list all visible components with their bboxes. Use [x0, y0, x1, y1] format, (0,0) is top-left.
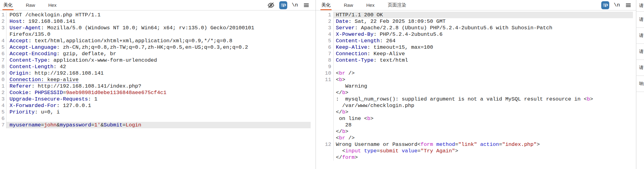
code-line: 3User-Agent: Mozilla/5.0 (Windows NT 10.…: [0, 25, 316, 31]
request-editor[interactable]: 1POST /checklogin.php HTTP/1.12Host: 192…: [0, 10, 316, 169]
line-content: Referer: http://192.168.108.141/index.ph…: [6, 83, 311, 89]
word-wrap-icon[interactable]: [279, 1, 287, 9]
line-number: 6: [316, 44, 334, 51]
line-number: [316, 154, 334, 161]
code-line: /var/www/checklogin.php: [316, 102, 636, 109]
code-line: 7myusername=john&mypassword=1'&Submit=Lo…: [0, 122, 316, 128]
response-tabbar: 美化RawHex页面渲染 \n: [316, 0, 636, 10]
request-panel: 美化RawHex \n: [0, 0, 316, 169]
line-content: [6, 115, 311, 122]
code-line: <input type=submit value="Try Again">: [316, 148, 636, 154]
newline-icon[interactable]: \n: [292, 2, 298, 9]
line-number: 3: [0, 96, 6, 102]
line-number: 5: [316, 38, 334, 44]
code-line: 6: [0, 115, 316, 122]
line-number: [0, 31, 6, 38]
tab-raw[interactable]: Raw: [25, 0, 36, 10]
response-editor[interactable]: 1HTTP/1.1 200 OK2Date: Sat, 22 Feb 2025 …: [316, 10, 636, 169]
line-content: Cookie: PHPSESSID=9aeb98981d0ebe1136848a…: [6, 89, 311, 96]
menu-icon[interactable]: [303, 2, 310, 9]
inspector-section-label: 请: [639, 49, 644, 55]
tab-render[interactable]: 页面渲染: [387, 0, 407, 10]
line-number: 8: [316, 57, 334, 64]
request-toolbar: \n: [267, 0, 316, 10]
code-line: </b>: [316, 128, 636, 135]
line-number: 0: [0, 76, 6, 83]
code-line: 6Accept-Encoding: gzip, deflate, br: [0, 51, 316, 57]
tab-beautify[interactable]: 美化: [320, 0, 332, 10]
line-number: 1: [316, 12, 334, 18]
line-content: myusername=john&mypassword=1'&Submit=Log…: [6, 122, 311, 128]
code-line: 2Cookie: PHPSESSID=9aeb98981d0ebe1136848…: [0, 89, 316, 96]
inspector-section-3[interactable]: 请: [636, 28, 644, 44]
line-number: 1: [0, 12, 6, 18]
line-number: [316, 122, 334, 128]
hide-nonprinting-icon[interactable]: [267, 2, 275, 9]
line-content: Origin: http://192.168.108.141: [6, 70, 311, 76]
code-line: 1POST /checklogin.php HTTP/1.1: [0, 12, 316, 18]
code-line: </b>: [316, 89, 636, 96]
response-toolbar: \n: [601, 0, 636, 10]
line-content: </b>: [334, 89, 633, 96]
line-content: on line <b>: [334, 115, 633, 122]
line-number: 5: [0, 109, 6, 115]
inspector-section-6[interactable]: 响: [636, 76, 644, 92]
code-line: 9Origin: http://192.168.108.141: [0, 70, 316, 76]
line-number: 6: [0, 51, 6, 57]
inspector-sidebar: 请请请请请响: [636, 0, 644, 169]
code-line: 4Accept: text/html,application/xhtml+xml…: [0, 38, 316, 44]
inspector-section-label: 请: [639, 3, 644, 9]
inspector-section-1[interactable]: 请: [636, 0, 644, 12]
inspector-divider[interactable]: [636, 0, 636, 169]
line-number: 2: [316, 18, 334, 25]
line-content: : mysql_num_rows(): supplied argument is…: [334, 96, 633, 102]
code-line: 8Content-Type: text/html: [316, 57, 636, 64]
code-line: Firefox/135.0: [0, 31, 316, 38]
line-content: Content-Type: text/html: [334, 57, 633, 64]
code-line: 1Referer: http://192.168.108.141/index.p…: [0, 83, 316, 89]
line-content: </form>: [334, 154, 633, 161]
line-number: 4: [0, 102, 6, 109]
line-number: 9: [316, 64, 334, 70]
tab-raw[interactable]: Raw: [343, 0, 354, 10]
http-message-viewer: 美化RawHex \n: [0, 0, 644, 169]
line-content: <b>: [334, 76, 633, 83]
line-number: 12: [316, 141, 334, 148]
line-content: Content-Type: application/x-www-form-url…: [6, 57, 311, 64]
tab-hex[interactable]: Hex: [47, 0, 58, 10]
line-number: 7: [0, 57, 6, 64]
line-content: Content-Length: 264: [334, 38, 633, 44]
code-line: Warning: [316, 83, 636, 89]
panel-divider[interactable]: [316, 0, 316, 169]
line-content: POST /checklogin.php HTTP/1.1: [6, 12, 311, 18]
line-content: X-Forwarded-For: 127.0.0.1: [6, 102, 311, 109]
menu-icon[interactable]: [625, 2, 632, 9]
inspector-section-5[interactable]: 请: [636, 60, 644, 76]
code-line: 3Upgrade-Insecure-Requests: 1: [0, 96, 316, 102]
code-line: 2Date: Sat, 22 Feb 2025 18:09:50 GMT: [316, 18, 636, 25]
tab-beautify[interactable]: 美化: [2, 0, 14, 10]
line-number: 7: [316, 51, 334, 57]
code-line: </b>: [316, 109, 636, 115]
line-content: Upgrade-Insecure-Requests: 1: [6, 96, 311, 102]
newline-icon[interactable]: \n: [614, 2, 620, 9]
code-line: 4X-Powered-By: PHP/5.2.4-2ubuntu5.6: [316, 31, 636, 38]
line-number: [316, 128, 334, 135]
line-number: [316, 148, 334, 154]
code-line: 1HTTP/1.1 200 OK: [316, 12, 636, 18]
code-line: 3Server: Apache/2.2.8 (Ubuntu) PHP/5.2.4…: [316, 25, 636, 31]
inspector-section-4[interactable]: 请: [636, 44, 644, 60]
line-content: Priority: u=0, i: [6, 109, 311, 115]
line-content: HTTP/1.1 200 OK: [334, 12, 633, 18]
word-wrap-icon[interactable]: [601, 1, 609, 9]
line-number: 4: [0, 38, 6, 44]
tab-hex[interactable]: Hex: [365, 0, 376, 10]
code-line: 11<b>: [316, 76, 636, 83]
code-line: 28: [316, 122, 636, 128]
line-content: 28: [334, 122, 633, 128]
line-content: Accept-Language: zh-CN,zh;q=0.8,zh-TW;q=…: [6, 44, 311, 51]
code-line: : mysql_num_rows(): supplied argument is…: [316, 96, 636, 102]
inspector-section-2[interactable]: 请: [636, 12, 644, 28]
line-number: 10: [316, 70, 334, 76]
line-content: User-Agent: Mozilla/5.0 (Windows NT 10.0…: [6, 25, 311, 31]
